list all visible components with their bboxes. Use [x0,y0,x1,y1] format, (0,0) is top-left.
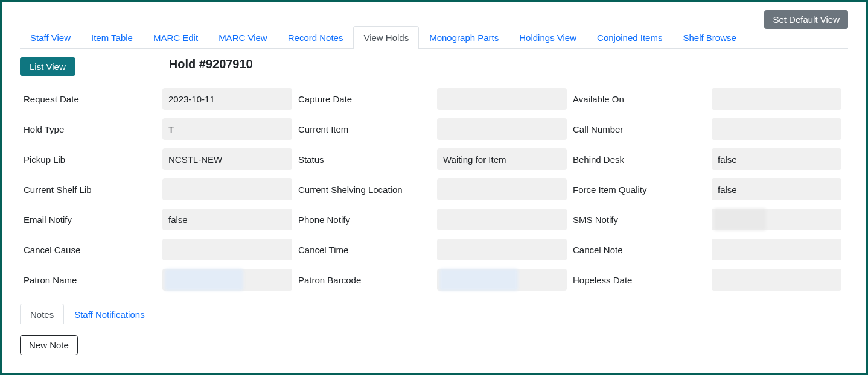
tab-staff-view[interactable]: Staff View [20,26,81,49]
field-value [712,269,841,291]
field-value: xxxx [162,269,292,291]
tab-marc-view[interactable]: MARC View [208,26,278,49]
field-value: false [162,209,292,230]
field-label: Current Shelf Lib [24,184,156,195]
field-value: false [712,178,841,200]
field-value [712,88,841,110]
tab-holdings-view[interactable]: Holdings View [509,26,587,49]
notes-panel: New Note [20,324,848,355]
field-label: Email Notify [24,215,156,225]
sub-tabs: NotesStaff Notifications [20,304,848,324]
tab-view-holds[interactable]: View Holds [353,26,419,49]
sub-tab-staff-notifications[interactable]: Staff Notifications [64,304,155,324]
redacted-value: xxxx [714,209,766,230]
field-label: Hopeless Date [573,275,706,285]
field-label: Cancel Time [298,245,431,255]
content-area: List View Hold #9207910 Request Date2023… [20,49,848,355]
field-label: Request Date [24,94,156,104]
field-value [437,118,567,140]
field-value [162,239,292,260]
field-label: Current Shelving Location [298,184,431,195]
app-frame: Set Default View Staff ViewItem TableMAR… [0,0,868,375]
field-label: Patron Name [24,275,156,285]
field-label: SMS Notify [573,215,706,225]
field-label: Cancel Cause [24,245,156,255]
fields-grid: Request Date2023-10-11Capture DateAvaila… [24,88,848,291]
field-value [162,178,292,200]
field-value [437,88,567,110]
redacted-value: xxxx [439,269,518,291]
new-note-button[interactable]: New Note [20,335,78,355]
field-value: xxxx [437,269,567,291]
tab-item-table[interactable]: Item Table [81,26,143,49]
field-label: Status [298,154,431,165]
field-value: T [162,118,292,140]
tab-monograph-parts[interactable]: Monograph Parts [419,26,509,49]
tab-conjoined-items[interactable]: Conjoined Items [587,26,672,49]
main-tabs: Staff ViewItem TableMARC EditMARC ViewRe… [20,26,848,49]
field-label: Patron Barcode [298,275,431,285]
field-label: Current Item [298,124,431,134]
field-value: NCSTL-NEW [162,148,292,170]
field-label: Phone Notify [298,215,431,225]
list-view-button[interactable]: List View [20,57,75,76]
field-value: false [712,148,841,170]
field-value [712,118,841,140]
tab-marc-edit[interactable]: MARC Edit [143,26,208,49]
redacted-value: xxxx [165,269,243,291]
field-label: Hold Type [24,124,156,134]
field-label: Available On [573,94,706,104]
tab-shelf-browse[interactable]: Shelf Browse [672,26,746,49]
field-value [712,239,841,260]
field-label: Force Item Quality [573,184,706,195]
sub-tab-notes[interactable]: Notes [20,304,64,324]
field-value [437,209,567,230]
hold-title: Hold #9207910 [169,57,253,71]
field-value: xxxx [712,209,841,230]
field-label: Call Number [573,124,706,134]
tab-record-notes[interactable]: Record Notes [278,26,354,49]
field-value: 2023-10-11 [162,88,292,110]
field-label: Behind Desk [573,154,706,165]
field-label: Cancel Note [573,245,706,255]
top-row: List View Hold #9207910 [20,57,848,76]
field-label: Capture Date [298,94,431,104]
field-value [437,178,567,200]
field-value: Waiting for Item [437,148,567,170]
set-default-view-button[interactable]: Set Default View [764,10,848,29]
field-value [437,239,567,260]
field-label: Pickup Lib [24,154,156,165]
